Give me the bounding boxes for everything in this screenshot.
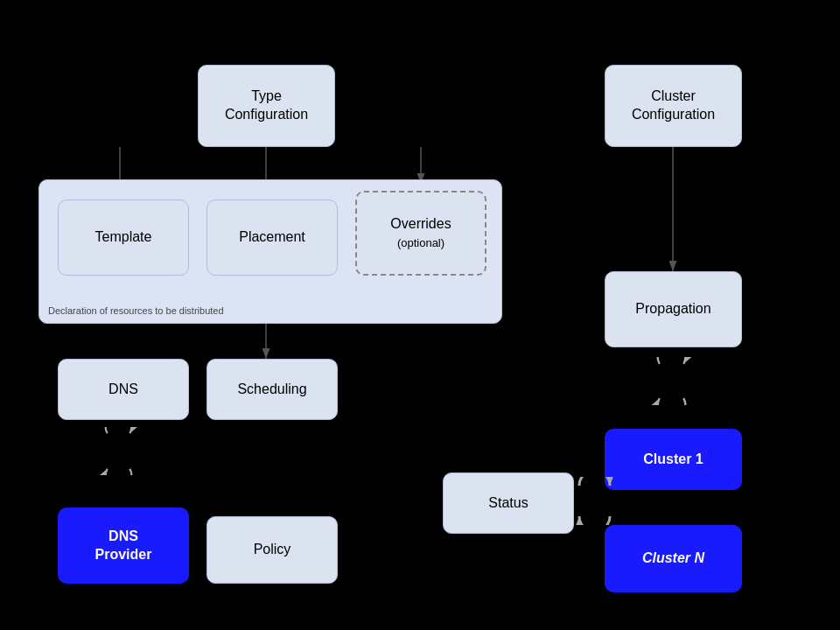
dns-provider-label: DNSProvider (95, 528, 152, 564)
status-cycle-arrow (570, 477, 619, 525)
template-label: Template (95, 228, 152, 247)
placement-label: Placement (239, 228, 305, 247)
policy-box: Policy (206, 516, 338, 584)
clustern-box: Cluster N (605, 525, 742, 592)
scheduling-label: Scheduling (237, 381, 306, 399)
group-label: Declaration of resources to be distribut… (48, 305, 224, 316)
dns-label: DNS (108, 381, 138, 399)
dns-box: DNS (58, 359, 189, 420)
template-box: Template (58, 200, 189, 276)
status-box: Status (443, 472, 574, 534)
cluster-configuration-box: ClusterConfiguration (605, 65, 742, 147)
dns-cycle-arrow (94, 427, 143, 475)
cluster1-label: Cluster 1 (643, 451, 703, 469)
clustern-label: Cluster N (642, 550, 704, 568)
overrides-box: Overrides(optional) (355, 191, 486, 276)
scheduling-box: Scheduling (206, 359, 338, 420)
overrides-label: Overrides(optional) (390, 215, 451, 252)
propagation-label: Propagation (635, 300, 710, 318)
cluster1-box: Cluster 1 (605, 429, 742, 490)
propagation-box: Propagation (605, 271, 742, 347)
status-label: Status (488, 494, 528, 513)
type-configuration-label: TypeConfiguration (225, 88, 308, 124)
placement-box: Placement (206, 200, 338, 276)
cluster-configuration-label: ClusterConfiguration (632, 88, 715, 124)
dns-provider-box: DNSProvider (58, 508, 189, 584)
propagation-cycle-arrow (648, 357, 696, 405)
type-configuration-box: TypeConfiguration (198, 65, 335, 147)
policy-label: Policy (254, 541, 291, 559)
